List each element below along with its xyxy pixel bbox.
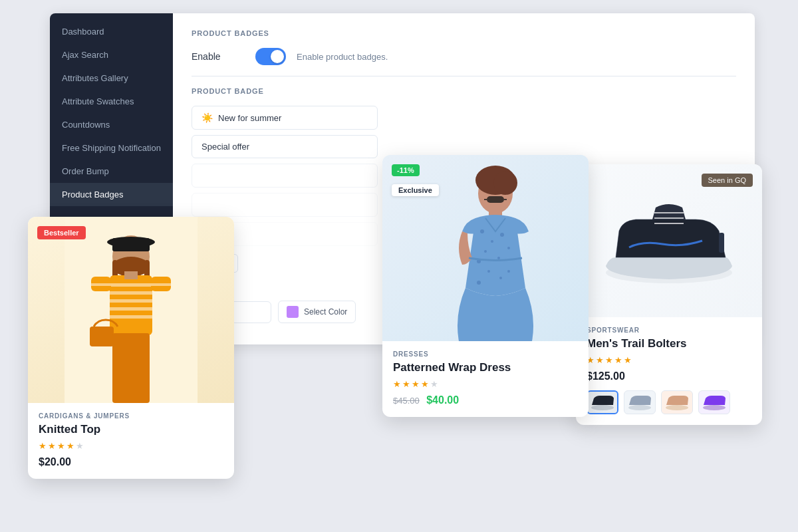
card1-image [28, 217, 234, 403]
sidebar-item-ajax-search[interactable]: Ajax Search [50, 43, 173, 66]
card1-image-area: Bestseller [28, 217, 234, 403]
svg-point-36 [499, 277, 502, 279]
section-title-product-badges: PRODUCT BADGES [192, 29, 736, 37]
badge-label-2: Special offer [201, 142, 249, 152]
svg-rect-14 [91, 283, 111, 286]
sidebar-item-free-shipping[interactable]: Free Shipping Notification [50, 136, 173, 160]
star-3: ★ [412, 379, 420, 389]
star-3: ★ [605, 355, 613, 365]
card2-category: DRESSES [393, 350, 578, 358]
card1-badge-bestseller: Bestseller [37, 226, 86, 239]
star-4: ★ [66, 441, 74, 451]
sidebar-item-countdowns[interactable]: Countdowns [50, 113, 173, 136]
svg-rect-8 [110, 283, 152, 287]
svg-point-25 [480, 229, 484, 233]
star-5: ★ [624, 355, 632, 365]
card3-category: SPORTSWEAR [587, 327, 751, 334]
svg-point-27 [500, 233, 504, 237]
product-card-knitted-top: Bestseller CARDIGANS & JUMPERS Knitted T… [28, 217, 234, 479]
swatch-shoe-svg-1 [589, 393, 616, 412]
star-1: ★ [393, 379, 401, 389]
card2-person-svg [382, 155, 589, 341]
card3-price: $125.00 [587, 370, 751, 382]
color-swatch-preview [287, 306, 299, 318]
svg-point-35 [487, 270, 490, 273]
star-2: ★ [48, 441, 56, 451]
svg-rect-17 [124, 271, 138, 279]
card2-badge-exclusive: Exclusive [392, 184, 439, 196]
card2-badge-discount: -11% [392, 164, 420, 176]
card3-shoe-svg [596, 194, 742, 287]
svg-point-47 [703, 405, 726, 410]
badge-input-3[interactable] [192, 164, 378, 188]
card3-info: SPORTSWEAR Men's Trail Bolters ★ ★ ★ ★ ★… [576, 317, 762, 425]
color-picker-label: Select Color [304, 307, 347, 317]
star-2: ★ [596, 355, 604, 365]
enable-toggle[interactable] [255, 48, 286, 65]
card3-name: Men's Trail Bolters [587, 336, 751, 351]
svg-rect-18 [90, 327, 114, 346]
badge-input-4[interactable] [192, 193, 378, 217]
star-2: ★ [402, 379, 410, 389]
svg-rect-11 [110, 307, 152, 311]
shoe-swatch-3[interactable] [661, 390, 693, 414]
svg-point-37 [477, 281, 481, 285]
enable-label: Enable [192, 51, 245, 62]
star-1: ★ [39, 441, 47, 451]
svg-point-44 [591, 405, 614, 410]
sidebar-item-order-bump[interactable]: Order Bump [50, 160, 173, 183]
svg-rect-12 [110, 315, 152, 319]
sidebar-item-attributes-gallery[interactable]: Attributes Gallery [50, 66, 173, 90]
svg-point-31 [507, 247, 510, 249]
svg-point-29 [497, 257, 500, 259]
svg-point-38 [507, 270, 510, 273]
card1-info: CARDIGANS & JUMPERS Knitted Top ★ ★ ★ ★ … [28, 403, 234, 479]
svg-rect-16 [151, 283, 171, 286]
shoe-swatches [587, 390, 751, 414]
svg-rect-32 [487, 196, 504, 203]
product-card-trail-bolters: Seen in GQ SPORTSWEAR Men's Trail Bolter… [576, 164, 762, 425]
card1-name: Knitted Top [39, 422, 223, 437]
sidebar-item-dashboard[interactable]: Dashboard [50, 20, 173, 43]
card3-image-area: Seen in GQ [576, 164, 762, 317]
card2-price-area: $45.00 $40.00 [393, 394, 578, 406]
card2-name: Patterned Wrap Dress [393, 360, 578, 375]
shoe-swatch-1[interactable] [587, 390, 618, 414]
section-title-product-badge: PRODUCT BADGE [192, 87, 736, 95]
card2-info: DRESSES Patterned Wrap Dress ★ ★ ★ ★ ★ $… [382, 341, 589, 417]
card1-price: $20.00 [39, 456, 223, 468]
shoe-swatch-4[interactable] [698, 390, 730, 414]
svg-point-45 [628, 405, 651, 410]
svg-rect-9 [110, 291, 152, 295]
card2-stars: ★ ★ ★ ★ ★ [393, 379, 578, 389]
swatch-shoe-svg-4 [701, 393, 728, 412]
badge-input-2[interactable]: Special offer [192, 135, 378, 158]
svg-point-23 [493, 171, 517, 195]
card2-price-original: $45.00 [393, 396, 420, 406]
swatch-shoe-svg-2 [626, 393, 653, 412]
badge-input-1[interactable]: ☀️ New for summer [192, 106, 378, 130]
star-3: ★ [57, 441, 65, 451]
shoe-swatch-2[interactable] [624, 390, 656, 414]
sidebar-item-attribute-swatches[interactable]: Attribute Swatches [50, 90, 173, 113]
card2-image-area: -11% Exclusive [382, 155, 589, 341]
card3-stars: ★ ★ ★ ★ ★ [587, 355, 751, 365]
enable-setting-row: Enable Enable product badges. [192, 48, 736, 65]
card1-category: CARDIGANS & JUMPERS [39, 412, 223, 420]
card1-stars: ★ ★ ★ ★ ★ [39, 441, 223, 451]
swatch-shoe-svg-3 [664, 393, 690, 412]
card3-badge-seen: Seen in GQ [702, 174, 753, 187]
color-picker-button[interactable]: Select Color [278, 301, 356, 323]
divider-1 [192, 76, 736, 76]
svg-rect-43 [719, 233, 724, 253]
sidebar-item-product-badges[interactable]: Product Badges [50, 183, 173, 206]
svg-rect-3 [112, 238, 150, 251]
badge-emoji-1: ☀️ [201, 112, 213, 123]
product-card-wrap-dress: -11% Exclusive DRESSES Patterned Wrap Dr… [382, 155, 589, 417]
svg-point-28 [484, 250, 487, 253]
star-5: ★ [76, 441, 84, 451]
svg-point-46 [666, 405, 688, 410]
svg-point-26 [491, 240, 493, 243]
star-5: ★ [430, 379, 438, 389]
enable-desc: Enable product badges. [297, 52, 388, 62]
